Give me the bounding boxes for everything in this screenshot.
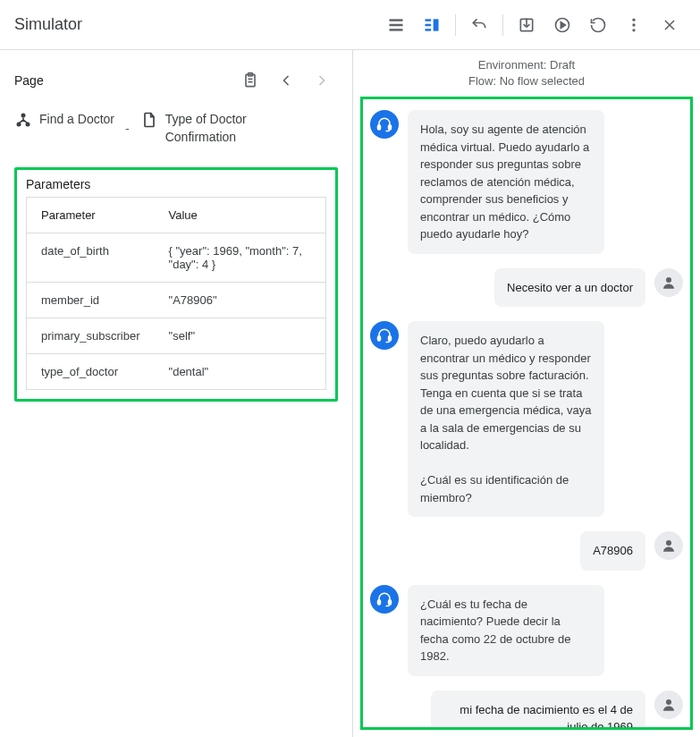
agent-avatar — [370, 585, 399, 614]
message-bubble: ¿Cuál es tu fecha de nacimiento? Puede d… — [408, 585, 604, 676]
user-message: mi fecha de nacimiento es el 4 de julio … — [370, 690, 683, 730]
svg-rect-21 — [389, 336, 392, 341]
breadcrumb-text: Type of Doctor Confirmation — [165, 111, 255, 146]
agent-avatar — [370, 110, 399, 139]
user-message: A78906 — [370, 531, 683, 571]
divider — [455, 14, 456, 36]
breadcrumb-separator: - — [122, 122, 133, 136]
param-value: "self" — [155, 318, 326, 354]
parameters-table: Parameter Value date_of_birth { "year": … — [26, 197, 326, 390]
svg-point-19 — [666, 277, 671, 283]
save-icon[interactable] — [510, 9, 543, 41]
table-row: type_of_doctor "dental" — [27, 354, 326, 390]
user-avatar — [654, 268, 683, 297]
flow-line: Flow: No flow selected — [353, 73, 700, 89]
th-parameter: Parameter — [27, 198, 155, 233]
flow-icon — [14, 111, 32, 129]
svg-point-11 — [632, 29, 635, 31]
param-name: member_id — [27, 283, 155, 318]
table-row: member_id "A78906" — [27, 283, 326, 318]
svg-point-22 — [666, 540, 671, 546]
close-icon[interactable] — [654, 9, 686, 41]
svg-rect-0 — [390, 19, 403, 21]
page-section: Page Find — [14, 64, 338, 157]
agent-avatar — [370, 321, 399, 350]
right-panel: Environment: Draft Flow: No flow selecte… — [353, 50, 700, 737]
table-row: date_of_birth { "year": 1969, "month": 7… — [27, 233, 326, 283]
svg-rect-5 — [426, 29, 432, 30]
more-icon[interactable] — [618, 9, 650, 41]
svg-rect-17 — [378, 125, 381, 130]
agent-message: Hola, soy su agente de atención médica v… — [370, 110, 683, 254]
page-label: Page — [14, 73, 44, 88]
svg-rect-6 — [434, 19, 439, 30]
svg-rect-4 — [426, 23, 432, 26]
page-title: Simulator — [14, 15, 82, 34]
svg-point-10 — [632, 23, 635, 26]
svg-point-9 — [632, 18, 635, 21]
page-header: Page — [14, 64, 338, 97]
svg-rect-20 — [378, 336, 381, 341]
left-panel: Page Find — [0, 50, 353, 737]
undo-icon[interactable] — [463, 9, 495, 41]
svg-rect-23 — [378, 600, 381, 605]
svg-rect-2 — [390, 29, 403, 30]
table-row: primary_subscriber "self" — [27, 318, 326, 354]
param-name: primary_subscriber — [27, 318, 155, 354]
param-name: type_of_doctor — [27, 354, 155, 390]
svg-rect-18 — [389, 125, 392, 130]
prev-icon[interactable] — [270, 64, 302, 97]
svg-point-25 — [666, 699, 671, 705]
agent-message: Claro, puedo ayudarlo a encontrar un méd… — [370, 321, 683, 517]
header-actions — [380, 9, 686, 41]
parameters-title: Parameters — [17, 170, 335, 197]
message-bubble: Claro, puedo ayudarlo a encontrar un méd… — [408, 321, 604, 517]
header: Simulator — [0, 0, 700, 50]
user-avatar — [654, 531, 683, 560]
svg-point-14 — [21, 114, 26, 118]
th-value: Value — [155, 198, 326, 233]
param-value: "dental" — [155, 354, 326, 390]
breadcrumb-item-flow[interactable]: Find a Doctor — [14, 111, 114, 129]
next-icon[interactable] — [306, 64, 338, 97]
view-list-icon[interactable] — [380, 9, 412, 41]
agent-message: ¿Cuál es tu fecha de nacimiento? Puede d… — [370, 585, 683, 676]
page-nav — [234, 64, 338, 97]
svg-rect-3 — [426, 19, 432, 21]
view-split-icon[interactable] — [416, 9, 448, 41]
environment-info: Environment: Draft Flow: No flow selecte… — [353, 50, 700, 93]
breadcrumb-text: Find a Doctor — [39, 111, 114, 129]
play-icon[interactable] — [546, 9, 578, 41]
main: Page Find — [0, 50, 700, 737]
svg-rect-24 — [389, 600, 392, 605]
user-message: Necesito ver a un doctor — [370, 268, 683, 308]
message-bubble: Necesito ver a un doctor — [494, 268, 645, 308]
chat-container[interactable]: Hola, soy su agente de atención médica v… — [360, 97, 693, 730]
env-line: Environment: Draft — [353, 57, 700, 73]
param-value: "A78906" — [155, 283, 326, 318]
reset-icon[interactable] — [582, 9, 614, 41]
param-name: date_of_birth — [27, 233, 155, 283]
param-value: { "year": 1969, "month": 7, "day": 4 } — [155, 233, 326, 283]
user-avatar — [654, 690, 683, 719]
clipboard-icon[interactable] — [234, 64, 266, 97]
message-bubble: Hola, soy su agente de atención médica v… — [408, 110, 604, 254]
parameters-panel: Parameters Parameter Value date_of_birth… — [14, 167, 338, 402]
divider — [502, 14, 503, 36]
breadcrumb-item-page[interactable]: Type of Doctor Confirmation — [140, 111, 255, 146]
svg-rect-1 — [390, 23, 403, 26]
message-bubble: A78906 — [580, 531, 645, 571]
message-bubble: mi fecha de nacimiento es el 4 de julio … — [431, 690, 645, 730]
breadcrumb: Find a Doctor - Type of Doctor Confirmat… — [14, 107, 338, 157]
page-icon — [140, 111, 158, 129]
